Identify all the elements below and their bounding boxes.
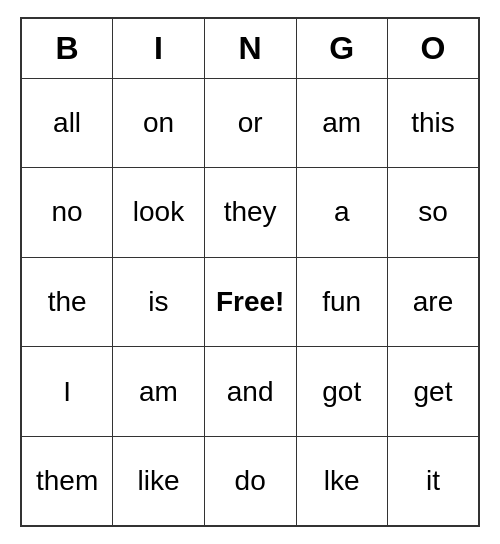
bingo-cell-3-0: I: [21, 347, 113, 437]
bingo-cell-0-2: or: [204, 78, 296, 168]
bingo-cell-2-1: is: [113, 257, 205, 347]
bingo-row-0: allonoramthis: [21, 78, 479, 168]
bingo-cell-0-1: on: [113, 78, 205, 168]
bingo-card: BINGO allonoramthisnolooktheyasotheisFre…: [20, 17, 480, 527]
bingo-cell-3-4: get: [387, 347, 479, 437]
header-i: I: [113, 18, 205, 78]
bingo-row-4: themlikedolkeit: [21, 436, 479, 526]
header-o: O: [387, 18, 479, 78]
bingo-cell-1-3: a: [296, 168, 387, 258]
bingo-cell-4-1: like: [113, 436, 205, 526]
bingo-cell-0-4: this: [387, 78, 479, 168]
bingo-cell-4-2: do: [204, 436, 296, 526]
bingo-cell-1-0: no: [21, 168, 113, 258]
header-n: N: [204, 18, 296, 78]
bingo-cell-2-2[interactable]: Free!: [204, 257, 296, 347]
bingo-cell-2-3: fun: [296, 257, 387, 347]
bingo-cell-1-1: look: [113, 168, 205, 258]
bingo-cell-4-4: it: [387, 436, 479, 526]
bingo-cell-0-0: all: [21, 78, 113, 168]
bingo-cell-0-3: am: [296, 78, 387, 168]
bingo-cell-2-4: are: [387, 257, 479, 347]
bingo-row-1: nolooktheyaso: [21, 168, 479, 258]
header-g: G: [296, 18, 387, 78]
bingo-cell-4-0: them: [21, 436, 113, 526]
bingo-row-3: Iamandgotget: [21, 347, 479, 437]
header-row: BINGO: [21, 18, 479, 78]
bingo-cell-4-3: lke: [296, 436, 387, 526]
bingo-cell-2-0: the: [21, 257, 113, 347]
header-b: B: [21, 18, 113, 78]
bingo-cell-3-1: am: [113, 347, 205, 437]
bingo-cell-1-2: they: [204, 168, 296, 258]
bingo-cell-3-2: and: [204, 347, 296, 437]
bingo-row-2: theisFree!funare: [21, 257, 479, 347]
bingo-cell-3-3: got: [296, 347, 387, 437]
bingo-cell-1-4: so: [387, 168, 479, 258]
